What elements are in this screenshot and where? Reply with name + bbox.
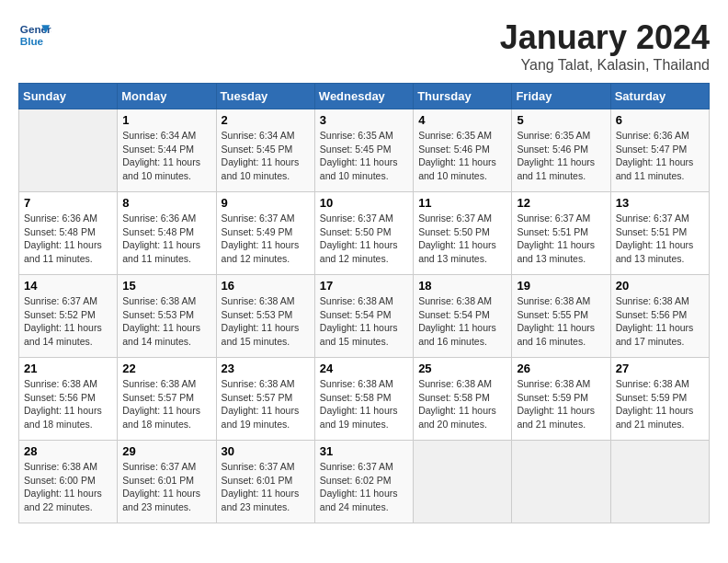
calendar-cell: 23Sunrise: 6:38 AM Sunset: 5:57 PM Dayli… bbox=[216, 358, 314, 441]
calendar-cell: 3Sunrise: 6:35 AM Sunset: 5:45 PM Daylig… bbox=[314, 109, 413, 192]
calendar-cell: 13Sunrise: 6:37 AM Sunset: 5:51 PM Dayli… bbox=[610, 192, 709, 275]
calendar-cell: 28Sunrise: 6:38 AM Sunset: 6:00 PM Dayli… bbox=[19, 441, 118, 523]
location: Yang Talat, Kalasin, Thailand bbox=[500, 57, 710, 74]
day-detail: Sunrise: 6:37 AM Sunset: 5:50 PM Dayligh… bbox=[320, 212, 408, 266]
day-detail: Sunrise: 6:38 AM Sunset: 5:55 PM Dayligh… bbox=[517, 294, 605, 349]
day-number: 19 bbox=[517, 279, 605, 293]
day-detail: Sunrise: 6:38 AM Sunset: 5:57 PM Dayligh… bbox=[222, 377, 310, 431]
week-row-1: 1Sunrise: 6:34 AM Sunset: 5:44 PM Daylig… bbox=[19, 109, 710, 192]
day-number: 14 bbox=[24, 279, 112, 293]
calendar-cell bbox=[610, 441, 709, 523]
calendar-cell: 2Sunrise: 6:34 AM Sunset: 5:45 PM Daylig… bbox=[216, 109, 314, 192]
day-number: 29 bbox=[122, 444, 210, 458]
calendar-cell: 8Sunrise: 6:36 AM Sunset: 5:48 PM Daylig… bbox=[118, 192, 216, 275]
day-detail: Sunrise: 6:37 AM Sunset: 6:02 PM Dayligh… bbox=[320, 460, 408, 514]
day-number: 31 bbox=[320, 444, 408, 458]
day-detail: Sunrise: 6:38 AM Sunset: 5:59 PM Dayligh… bbox=[616, 377, 704, 431]
day-detail: Sunrise: 6:37 AM Sunset: 5:51 PM Dayligh… bbox=[517, 212, 605, 266]
calendar-cell: 16Sunrise: 6:38 AM Sunset: 5:53 PM Dayli… bbox=[216, 275, 314, 358]
calendar-cell: 4Sunrise: 6:35 AM Sunset: 5:46 PM Daylig… bbox=[414, 109, 512, 192]
day-number: 16 bbox=[222, 279, 310, 293]
day-detail: Sunrise: 6:38 AM Sunset: 5:53 PM Dayligh… bbox=[222, 294, 310, 349]
day-number: 24 bbox=[320, 362, 408, 375]
weekday-saturday: Saturday bbox=[610, 84, 709, 109]
day-number: 15 bbox=[122, 279, 210, 293]
day-number: 6 bbox=[616, 113, 704, 127]
week-row-2: 7Sunrise: 6:36 AM Sunset: 5:48 PM Daylig… bbox=[19, 192, 710, 275]
calendar-cell: 15Sunrise: 6:38 AM Sunset: 5:53 PM Dayli… bbox=[118, 275, 216, 358]
calendar-cell: 24Sunrise: 6:38 AM Sunset: 5:58 PM Dayli… bbox=[314, 358, 413, 441]
day-detail: Sunrise: 6:34 AM Sunset: 5:44 PM Dayligh… bbox=[122, 129, 210, 183]
day-detail: Sunrise: 6:34 AM Sunset: 5:45 PM Dayligh… bbox=[222, 129, 310, 183]
calendar-cell: 14Sunrise: 6:37 AM Sunset: 5:52 PM Dayli… bbox=[19, 275, 118, 358]
week-row-5: 28Sunrise: 6:38 AM Sunset: 6:00 PM Dayli… bbox=[19, 441, 710, 523]
day-detail: Sunrise: 6:37 AM Sunset: 5:49 PM Dayligh… bbox=[222, 212, 310, 266]
calendar-cell: 5Sunrise: 6:35 AM Sunset: 5:46 PM Daylig… bbox=[512, 109, 610, 192]
weekday-tuesday: Tuesday bbox=[216, 84, 314, 109]
day-number: 28 bbox=[24, 444, 112, 458]
title-section: January 2024 Yang Talat, Kalasin, Thaila… bbox=[500, 18, 710, 74]
month-title: January 2024 bbox=[500, 18, 710, 57]
day-number: 9 bbox=[222, 196, 310, 210]
day-number: 22 bbox=[122, 362, 210, 375]
calendar-cell: 6Sunrise: 6:36 AM Sunset: 5:47 PM Daylig… bbox=[610, 109, 709, 192]
day-detail: Sunrise: 6:38 AM Sunset: 5:59 PM Dayligh… bbox=[517, 377, 605, 431]
day-detail: Sunrise: 6:35 AM Sunset: 5:46 PM Dayligh… bbox=[517, 129, 605, 183]
week-row-4: 21Sunrise: 6:38 AM Sunset: 5:56 PM Dayli… bbox=[19, 358, 710, 441]
calendar-cell: 27Sunrise: 6:38 AM Sunset: 5:59 PM Dayli… bbox=[610, 358, 709, 441]
calendar-cell: 21Sunrise: 6:38 AM Sunset: 5:56 PM Dayli… bbox=[19, 358, 118, 441]
day-number: 26 bbox=[517, 362, 605, 375]
calendar-cell: 31Sunrise: 6:37 AM Sunset: 6:02 PM Dayli… bbox=[314, 441, 413, 523]
calendar-cell: 26Sunrise: 6:38 AM Sunset: 5:59 PM Dayli… bbox=[512, 358, 610, 441]
calendar-cell: 25Sunrise: 6:38 AM Sunset: 5:58 PM Dayli… bbox=[414, 358, 512, 441]
day-detail: Sunrise: 6:38 AM Sunset: 5:58 PM Dayligh… bbox=[418, 377, 506, 431]
calendar-cell bbox=[414, 441, 512, 523]
weekday-wednesday: Wednesday bbox=[314, 84, 413, 109]
day-detail: Sunrise: 6:35 AM Sunset: 5:46 PM Dayligh… bbox=[418, 129, 506, 183]
calendar-cell: 19Sunrise: 6:38 AM Sunset: 5:55 PM Dayli… bbox=[512, 275, 610, 358]
day-number: 27 bbox=[616, 362, 704, 375]
weekday-monday: Monday bbox=[118, 84, 216, 109]
day-number: 10 bbox=[320, 196, 408, 210]
day-number: 2 bbox=[222, 113, 310, 127]
page-header: General Blue January 2024 Yang Talat, Ka… bbox=[18, 18, 710, 74]
day-number: 13 bbox=[616, 196, 704, 210]
day-number: 8 bbox=[122, 196, 210, 210]
calendar-cell: 20Sunrise: 6:38 AM Sunset: 5:56 PM Dayli… bbox=[610, 275, 709, 358]
calendar-cell: 7Sunrise: 6:36 AM Sunset: 5:48 PM Daylig… bbox=[19, 192, 118, 275]
calendar-cell: 30Sunrise: 6:37 AM Sunset: 6:01 PM Dayli… bbox=[216, 441, 314, 523]
calendar-cell: 11Sunrise: 6:37 AM Sunset: 5:50 PM Dayli… bbox=[414, 192, 512, 275]
weekday-header-row: SundayMondayTuesdayWednesdayThursdayFrid… bbox=[19, 84, 710, 109]
day-number: 30 bbox=[222, 444, 310, 458]
day-detail: Sunrise: 6:37 AM Sunset: 5:52 PM Dayligh… bbox=[24, 294, 112, 349]
day-detail: Sunrise: 6:37 AM Sunset: 5:50 PM Dayligh… bbox=[418, 212, 506, 266]
day-number: 18 bbox=[418, 279, 506, 293]
calendar-cell: 22Sunrise: 6:38 AM Sunset: 5:57 PM Dayli… bbox=[118, 358, 216, 441]
svg-text:Blue: Blue bbox=[20, 35, 44, 47]
calendar-cell bbox=[19, 109, 118, 192]
day-detail: Sunrise: 6:37 AM Sunset: 6:01 PM Dayligh… bbox=[222, 460, 310, 514]
logo-icon: General Blue bbox=[18, 18, 51, 52]
calendar-cell: 29Sunrise: 6:37 AM Sunset: 6:01 PM Dayli… bbox=[118, 441, 216, 523]
day-number: 20 bbox=[616, 279, 704, 293]
day-detail: Sunrise: 6:38 AM Sunset: 5:54 PM Dayligh… bbox=[320, 294, 408, 349]
day-number: 17 bbox=[320, 279, 408, 293]
calendar-cell: 18Sunrise: 6:38 AM Sunset: 5:54 PM Dayli… bbox=[414, 275, 512, 358]
day-number: 7 bbox=[24, 196, 112, 210]
day-detail: Sunrise: 6:38 AM Sunset: 5:56 PM Dayligh… bbox=[24, 377, 112, 431]
day-number: 12 bbox=[517, 196, 605, 210]
day-detail: Sunrise: 6:36 AM Sunset: 5:47 PM Dayligh… bbox=[616, 129, 704, 183]
calendar-cell: 10Sunrise: 6:37 AM Sunset: 5:50 PM Dayli… bbox=[314, 192, 413, 275]
calendar-cell bbox=[512, 441, 610, 523]
day-detail: Sunrise: 6:38 AM Sunset: 5:54 PM Dayligh… bbox=[418, 294, 506, 349]
calendar-table: SundayMondayTuesdayWednesdayThursdayFrid… bbox=[18, 83, 710, 523]
weekday-sunday: Sunday bbox=[19, 84, 118, 109]
day-detail: Sunrise: 6:38 AM Sunset: 5:58 PM Dayligh… bbox=[320, 377, 408, 431]
day-detail: Sunrise: 6:38 AM Sunset: 5:53 PM Dayligh… bbox=[122, 294, 210, 349]
day-number: 5 bbox=[517, 113, 605, 127]
week-row-3: 14Sunrise: 6:37 AM Sunset: 5:52 PM Dayli… bbox=[19, 275, 710, 358]
calendar-cell: 12Sunrise: 6:37 AM Sunset: 5:51 PM Dayli… bbox=[512, 192, 610, 275]
day-number: 21 bbox=[24, 362, 112, 375]
day-number: 4 bbox=[418, 113, 506, 127]
day-detail: Sunrise: 6:38 AM Sunset: 5:56 PM Dayligh… bbox=[616, 294, 704, 349]
